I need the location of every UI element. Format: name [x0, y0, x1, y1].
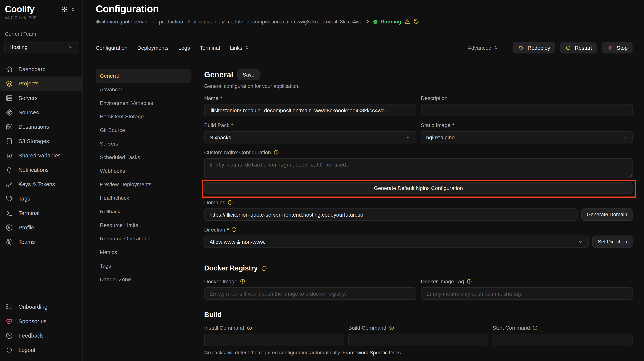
sidebar-item-feedback[interactable]: Feedback: [0, 328, 82, 343]
team-select[interactable]: Hosting: [4, 41, 78, 53]
app-version: v4.0.0-beta.399: [0, 15, 82, 20]
subnav-item-general[interactable]: General: [96, 69, 192, 83]
terminal-icon: [5, 209, 13, 217]
start-command-input[interactable]: [492, 334, 633, 346]
tab-configuration[interactable]: Configuration: [96, 45, 128, 51]
info-icon[interactable]: [240, 279, 245, 284]
name-input[interactable]: [204, 104, 416, 116]
section-description: General configuration for your applicati…: [204, 84, 633, 89]
framework-docs-link[interactable]: Framework Specific Docs: [342, 350, 400, 355]
sidebar-item-label: Notifications: [18, 167, 49, 173]
sidebar-item-label: Onboarding: [18, 304, 48, 310]
sidebar-item-tags[interactable]: Tags: [0, 192, 82, 206]
redeploy-button[interactable]: Redeploy: [513, 42, 555, 54]
sidebar-item-label: Logout: [18, 347, 36, 353]
sidebar-item-shared-variables[interactable]: (x) Shared Variables: [0, 148, 82, 163]
theme-sun-icon[interactable]: [61, 6, 68, 13]
sidebar-item-notifications[interactable]: Notifications: [0, 163, 82, 177]
required-asterisk: *: [220, 95, 222, 101]
sidebar-item-sources[interactable]: Sources: [0, 105, 82, 120]
sidebar-item-profile[interactable]: Profile: [0, 220, 82, 235]
breadcrumb-project[interactable]: illicitonion quote server: [96, 19, 148, 24]
subnav-item-resource-operations[interactable]: Resource Operations: [96, 232, 192, 245]
stop-button[interactable]: Stop: [602, 42, 632, 54]
save-button[interactable]: Save: [238, 69, 260, 80]
direction-value: Allow www & non-www.: [210, 239, 265, 245]
tab-terminal[interactable]: Terminal: [200, 45, 220, 51]
subnav-item-scheduled-tasks[interactable]: Scheduled Tasks: [96, 150, 192, 164]
sidebar-item-onboarding[interactable]: Onboarding: [0, 300, 82, 314]
subnav-item-environment-variables[interactable]: Environment Variables: [96, 96, 192, 110]
subnav-item-resource-limits[interactable]: Resource Limits: [96, 218, 192, 232]
top-actions: Advanced Redeploy Restart Stop: [468, 42, 632, 54]
database-icon: [5, 137, 13, 145]
subnav-item-tags[interactable]: Tags: [96, 259, 192, 272]
sidebar-item-s3-storages[interactable]: S3 Storages: [0, 134, 82, 148]
info-icon[interactable]: [262, 265, 267, 271]
info-icon[interactable]: [466, 279, 472, 284]
selector-chevrons-icon: [494, 45, 498, 50]
sidebar-item-teams[interactable]: Teams: [0, 235, 82, 249]
subnav-item-healthcheck[interactable]: Healthcheck: [96, 191, 192, 205]
nginx-config-textarea[interactable]: [204, 158, 633, 178]
info-icon[interactable]: [231, 227, 237, 232]
domains-label: Domains: [204, 199, 633, 206]
subnav-item-webhooks[interactable]: Webhooks: [96, 164, 192, 178]
sidebar-item-label: Teams: [18, 239, 35, 245]
tab-logs[interactable]: Logs: [178, 45, 190, 51]
install-command-input[interactable]: [204, 334, 344, 346]
advanced-menu[interactable]: Advanced: [468, 45, 498, 51]
nixpacks-note: Nixpacks will detect the required config…: [204, 350, 633, 355]
app-logo[interactable]: Coolify: [5, 4, 34, 15]
chevron-down-icon: [405, 135, 410, 140]
subnav-item-danger-zone[interactable]: Danger Zone: [96, 272, 192, 286]
build-pack-label: Build Pack*: [204, 122, 416, 128]
subnav-item-servers[interactable]: Servers: [96, 137, 192, 150]
sidebar-item-sponsor-us[interactable]: Sponsor us: [0, 314, 82, 328]
restart-button[interactable]: Restart: [560, 42, 597, 54]
sidebar-item-dashboard[interactable]: Dashboard: [0, 62, 82, 76]
generate-domain-button[interactable]: Generate Domain: [581, 208, 632, 221]
status-running-link[interactable]: Running: [380, 19, 401, 24]
warning-icon[interactable]: [404, 19, 410, 25]
info-icon[interactable]: [228, 200, 233, 205]
question-circle-icon: [5, 332, 13, 339]
description-input[interactable]: [421, 104, 632, 116]
subnav-item-rollback[interactable]: Rollback: [96, 205, 192, 218]
direction-select[interactable]: Allow www & non-www.: [204, 235, 589, 248]
docker-image-tag-input[interactable]: [421, 287, 632, 299]
subnav-item-git-source[interactable]: Git Source: [96, 123, 192, 137]
sidebar-item-logout[interactable]: Logout: [0, 343, 82, 357]
info-icon[interactable]: [247, 325, 252, 330]
theme-switcher-chevrons-icon[interactable]: [71, 7, 76, 12]
build-pack-select[interactable]: Nixpacks: [204, 131, 416, 143]
generate-nginx-button[interactable]: Generate Default Nginx Configuration: [204, 182, 633, 194]
docker-image-input[interactable]: [204, 287, 416, 299]
info-icon[interactable]: [389, 325, 394, 330]
section-title-build: Build: [204, 311, 633, 319]
subnav-item-metrics[interactable]: Metrics: [96, 245, 192, 259]
breadcrumb-environment[interactable]: production: [159, 19, 183, 24]
sidebar-item-destinations[interactable]: Destinations: [0, 120, 82, 134]
restart-icon: [566, 45, 572, 51]
tab-deployments[interactable]: Deployments: [137, 45, 168, 51]
sidebar-item-label: Shared Variables: [18, 153, 60, 159]
breadcrumb-resource[interactable]: illicitestonion/-module--decomposition:m…: [194, 19, 362, 24]
refresh-icon[interactable]: [413, 19, 420, 25]
subnav-item-advanced[interactable]: Advanced: [96, 83, 192, 96]
section-title-docker-registry: Docker Registry: [204, 264, 633, 273]
sidebar-item-terminal[interactable]: Terminal: [0, 206, 82, 220]
info-icon[interactable]: [532, 325, 538, 330]
domains-input[interactable]: [204, 208, 578, 221]
build-command-input[interactable]: [348, 334, 488, 346]
tab-links[interactable]: Links: [230, 45, 249, 51]
tabs: Configuration Deployments Logs Terminal …: [96, 45, 249, 51]
set-direction-button[interactable]: Set Direction: [592, 235, 632, 248]
info-icon[interactable]: [274, 150, 279, 155]
sidebar-item-projects[interactable]: Projects: [0, 77, 82, 91]
sidebar-item-keys-tokens[interactable]: Keys & Tokens: [0, 177, 82, 191]
subnav-item-persistent-storage[interactable]: Persistent Storage: [96, 110, 192, 123]
static-image-select[interactable]: nginx:alpine: [421, 131, 632, 143]
subnav-item-preview-deployments[interactable]: Preview Deployments: [96, 178, 192, 191]
sidebar-item-servers[interactable]: Servers: [0, 91, 82, 105]
